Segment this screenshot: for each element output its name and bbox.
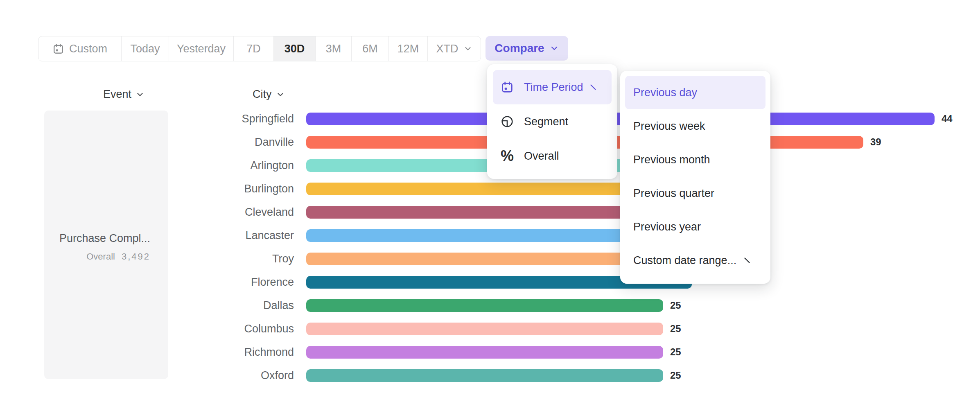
calendar-icon <box>500 81 514 94</box>
menu-item-previous-year[interactable]: Previous year <box>625 210 765 244</box>
menu-item-label: Previous quarter <box>633 187 714 200</box>
analytics-view: CustomTodayYesterday7D30D3M6M12MXTD Comp… <box>0 0 980 411</box>
city-bar-chart: Springfield44Danville39ArlingtonBurlingt… <box>0 0 980 411</box>
chevron-right-icon <box>589 83 598 92</box>
city-label: Dallas <box>156 299 294 312</box>
menu-item-label: Custom date range... <box>633 254 736 267</box>
bar-columbus[interactable] <box>306 323 663 335</box>
city-label: Florence <box>156 276 294 289</box>
bar-value-label: 44 <box>942 112 953 125</box>
bar-row-dallas: Dallas25 <box>0 299 980 312</box>
bar-row-cleveland: Cleveland <box>0 206 980 219</box>
city-label: Danville <box>156 135 294 149</box>
city-label: Oxford <box>156 369 294 382</box>
bar-dallas[interactable] <box>306 299 663 312</box>
menu-item-label: Time Period <box>524 81 583 94</box>
bar-oxford[interactable] <box>306 369 663 382</box>
menu-item-previous-day[interactable]: Previous day <box>625 76 765 109</box>
bar-richmond[interactable] <box>306 346 663 359</box>
menu-item-label: Overall <box>524 150 559 163</box>
compare-menu: Time PeriodSegment%Overall <box>487 64 617 179</box>
bar-value-label: 25 <box>670 346 681 359</box>
menu-item-label: Previous week <box>633 120 705 133</box>
time-period-submenu: Previous dayPrevious weekPrevious monthP… <box>620 71 770 284</box>
menu-item-previous-quarter[interactable]: Previous quarter <box>625 176 765 210</box>
bar-value-label: 25 <box>670 299 681 312</box>
bar-value-label: 25 <box>670 322 681 335</box>
city-label: Cleveland <box>156 206 294 219</box>
bar-row-columbus: Columbus25 <box>0 322 980 335</box>
menu-item-previous-month[interactable]: Previous month <box>625 143 765 176</box>
city-label: Richmond <box>156 346 294 359</box>
bar-value-label: 39 <box>870 135 881 149</box>
bar-value-label: 25 <box>670 369 681 382</box>
segment-icon <box>500 115 514 128</box>
bar-row-burlington: Burlington <box>0 182 980 195</box>
city-label: Columbus <box>156 322 294 335</box>
menu-item-label: Previous year <box>633 221 701 233</box>
city-label: Arlington <box>156 159 294 172</box>
menu-item-label: Previous month <box>633 154 710 166</box>
bar-row-lancaster: Lancaster <box>0 229 980 242</box>
city-label: Burlington <box>156 182 294 195</box>
menu-item-time-period[interactable]: Time Period <box>493 70 612 104</box>
city-label: Troy <box>156 252 294 265</box>
city-label: Lancaster <box>156 229 294 242</box>
chevron-right-icon <box>743 256 752 265</box>
menu-item-label: Segment <box>524 115 568 128</box>
menu-item-custom-date-range[interactable]: Custom date range... <box>625 244 765 277</box>
bar-row-florence: Florence <box>0 276 980 289</box>
city-label: Springfield <box>156 112 294 125</box>
menu-item-label: Previous day <box>633 86 697 99</box>
bar-row-richmond: Richmond25 <box>0 346 980 359</box>
percent-icon: % <box>500 149 514 163</box>
menu-item-previous-week[interactable]: Previous week <box>625 109 765 143</box>
menu-item-segment[interactable]: Segment <box>493 104 612 139</box>
bar-row-oxford: Oxford25 <box>0 369 980 382</box>
bar-row-troy: Troy <box>0 252 980 265</box>
menu-item-overall[interactable]: %Overall <box>493 139 612 173</box>
